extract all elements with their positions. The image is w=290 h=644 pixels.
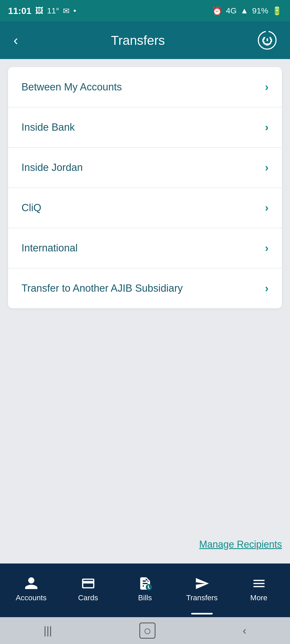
transfers-menu-card: Between My Accounts › Inside Bank › Insi… [8, 67, 282, 308]
more-icon [252, 576, 266, 591]
chevron-right-icon-transfer-subsidiary: › [265, 282, 269, 294]
chevron-right-icon-inside-jordan: › [265, 162, 269, 174]
manage-recipients-link[interactable]: Manage Recipients [199, 539, 282, 550]
menu-item-label-inside-jordan: Inside Jordan [21, 162, 83, 173]
cards-icon [81, 576, 96, 591]
status-4g: 4G [226, 6, 237, 15]
bottom-nav: Accounts Cards Bills Transfers More [0, 564, 290, 617]
chevron-right-icon-international: › [265, 242, 269, 254]
menu-item-label-cliq: CliQ [21, 202, 41, 214]
main-content: Between My Accounts › Inside Bank › Insi… [0, 59, 290, 564]
nav-label-accounts: Accounts [16, 594, 46, 602]
status-email-icon: ✉ [63, 6, 70, 16]
chevron-right-icon-inside-bank: › [265, 121, 269, 133]
system-back-button[interactable]: ‹ [243, 625, 246, 637]
nav-label-cards: Cards [78, 594, 98, 602]
menu-item-inside-jordan[interactable]: Inside Jordan › [8, 148, 282, 188]
menu-item-transfer-subsidiary[interactable]: Transfer to Another AJIB Subsidiary › [8, 268, 282, 308]
status-bar-left: 11:01 🖼 11° ✉ • [8, 6, 76, 16]
status-battery: 91% [252, 6, 268, 15]
accounts-icon [24, 576, 39, 591]
status-bar-right: ⏰ 4G ▲ 91% 🔋 [212, 6, 282, 16]
menu-item-inside-bank[interactable]: Inside Bank › [8, 107, 282, 148]
menu-item-international[interactable]: International › [8, 228, 282, 268]
system-nav: ||| ○ ‹ [0, 617, 290, 644]
transfers-icon [195, 576, 209, 591]
status-temp: 11° [47, 6, 59, 15]
bills-icon [138, 576, 153, 591]
system-menu-button[interactable]: ||| [44, 625, 52, 637]
page-title: Transfers [111, 33, 165, 48]
status-alarm-icon: ⏰ [212, 6, 222, 16]
status-bar: 11:01 🖼 11° ✉ • ⏰ 4G ▲ 91% 🔋 [0, 0, 290, 21]
chevron-right-icon-cliq: › [265, 202, 269, 214]
nav-item-more[interactable]: More [230, 564, 287, 614]
nav-label-more: More [250, 594, 267, 602]
nav-label-transfers: Transfers [186, 594, 218, 602]
menu-item-label-international: International [21, 242, 78, 254]
system-home-button[interactable]: ○ [139, 623, 155, 639]
menu-item-label-between-accounts: Between My Accounts [21, 81, 122, 93]
header: ‹ Transfers [0, 21, 290, 59]
manage-recipients-wrapper: Manage Recipients [8, 308, 282, 558]
nav-item-accounts[interactable]: Accounts [3, 564, 60, 614]
status-signal-icon: ▲ [240, 6, 248, 15]
status-battery-icon: 🔋 [272, 6, 282, 16]
power-button[interactable] [258, 31, 277, 50]
back-button[interactable]: ‹ [13, 32, 18, 48]
menu-item-between-accounts[interactable]: Between My Accounts › [8, 67, 282, 107]
menu-item-label-inside-bank: Inside Bank [21, 122, 75, 133]
nav-label-bills: Bills [138, 594, 152, 602]
status-photo-icon: 🖼 [35, 6, 43, 15]
nav-item-cards[interactable]: Cards [60, 564, 117, 614]
status-dot: • [73, 6, 76, 15]
status-time: 11:01 [8, 6, 31, 16]
nav-item-bills[interactable]: Bills [117, 564, 173, 614]
nav-item-transfers[interactable]: Transfers [173, 564, 230, 614]
menu-item-label-transfer-subsidiary: Transfer to Another AJIB Subsidiary [21, 283, 183, 294]
chevron-right-icon-between-accounts: › [265, 81, 269, 93]
menu-item-cliq[interactable]: CliQ › [8, 188, 282, 228]
